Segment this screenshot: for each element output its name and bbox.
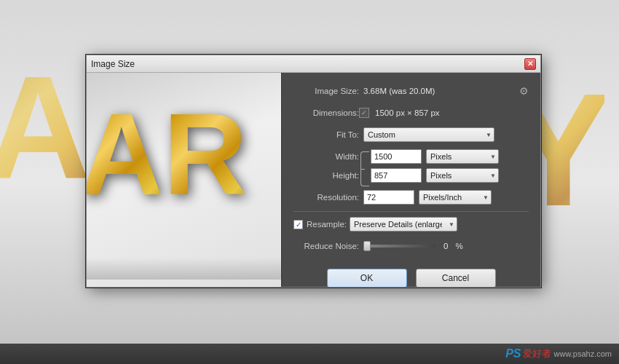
preview-pane: A R: [87, 73, 282, 287]
resample-checkbox[interactable]: ✓: [293, 220, 303, 229]
resample-select-wrapper: Preserve Details (enlargement) Bicubic S…: [350, 217, 457, 232]
image-size-value: 3.68M (was 20.0M): [363, 87, 435, 95]
height-unit-select[interactable]: Pixels Percent Inches: [426, 168, 499, 183]
slider-thumb: [363, 241, 371, 251]
dialog-content: A R Image Size: 3.68M (was 20.0M) ⚙ Dime…: [87, 73, 540, 287]
height-controls: Pixels Percent Inches: [371, 168, 499, 183]
site-logo-text: 爱好者: [523, 347, 551, 360]
resample-row: ✓ Resample: Preserve Details (enlargemen…: [293, 216, 529, 232]
resample-checkbox-container: ✓ Resample:: [293, 220, 347, 229]
reduce-noise-value: 0: [443, 242, 448, 250]
reduce-noise-label: Reduce Noise:: [293, 242, 359, 250]
width-unit-select[interactable]: Pixels Percent Inches: [426, 149, 499, 164]
bottom-bar: PS 爱好者 www.psahz.com: [0, 344, 619, 364]
noise-slider[interactable]: [363, 245, 436, 248]
divider: [293, 211, 529, 212]
image-size-label: Image Size:: [293, 87, 359, 95]
height-row: Height: Pixels Percent Inches: [293, 167, 529, 183]
fit-to-select-wrapper: Custom Original Size View Size Web Print: [363, 127, 494, 142]
resolution-unit-wrapper: Pixels/Inch Pixels/Centimeter: [419, 190, 492, 205]
close-button[interactable]: ✕: [524, 58, 536, 70]
resolution-unit-select[interactable]: Pixels/Inch Pixels/Centimeter: [419, 190, 492, 205]
height-label: Height:: [293, 171, 359, 180]
dimensions-value: 1500 px × 857 px: [375, 108, 440, 117]
width-label: Width:: [293, 152, 359, 161]
dimensions-row: Dimensions: ✓ 1500 px × 857 px: [293, 105, 529, 121]
cancel-button[interactable]: Cancel: [416, 269, 496, 288]
link-connector: [360, 169, 365, 170]
dialog-titlebar: Image Size ✕: [87, 55, 540, 73]
ok-button[interactable]: OK: [327, 269, 407, 288]
controls-pane: Image Size: 3.68M (was 20.0M) ⚙ Dimensio…: [282, 73, 540, 287]
resolution-label: Resolution:: [293, 193, 359, 202]
resample-label: Resample:: [307, 220, 347, 229]
dimensions-label: Dimensions:: [293, 108, 359, 117]
preview-image: A R: [87, 73, 281, 287]
reduce-noise-unit: %: [455, 242, 462, 250]
image-size-row: Image Size: 3.68M (was 20.0M) ⚙: [293, 83, 529, 99]
resample-select[interactable]: Preserve Details (enlargement) Bicubic S…: [350, 217, 457, 232]
fit-to-label: Fit To:: [293, 130, 359, 139]
width-height-group: Width: Pixels Percent Inches: [293, 149, 529, 183]
fit-to-select[interactable]: Custom Original Size View Size Web Print: [363, 127, 494, 142]
ps-logo: PS: [505, 347, 521, 360]
dialog-buttons: OK Cancel: [293, 263, 529, 288]
dimensions-container: ✓ 1500 px × 857 px: [359, 108, 440, 118]
dimensions-checkbox[interactable]: ✓: [359, 108, 369, 118]
width-row: Width: Pixels Percent Inches: [293, 149, 529, 165]
width-controls: Pixels Percent Inches: [371, 149, 499, 164]
reduce-noise-row: Reduce Noise: 0 %: [293, 238, 529, 254]
resolution-controls: Pixels/Inch Pixels/Centimeter: [363, 190, 492, 205]
settings-icon[interactable]: ⚙: [519, 85, 529, 97]
image-size-dialog: Image Size ✕ A R Image Size:: [86, 55, 541, 288]
preview-letter-a: A: [87, 87, 164, 221]
width-unit-wrapper: Pixels Percent Inches: [426, 149, 499, 164]
height-input[interactable]: [371, 168, 422, 183]
fit-to-row: Fit To: Custom Original Size View Size W…: [293, 127, 529, 143]
noise-slider-container: 0 %: [363, 242, 463, 250]
resolution-row: Resolution: Pixels/Inch Pixels/Centimete…: [293, 189, 529, 205]
site-url: www.psahz.com: [554, 349, 612, 358]
preview-letter-r: R: [163, 87, 248, 221]
dialog-title: Image Size: [91, 59, 135, 69]
resolution-input[interactable]: [363, 190, 414, 205]
width-input[interactable]: [371, 149, 422, 164]
height-unit-wrapper: Pixels Percent Inches: [426, 168, 499, 183]
